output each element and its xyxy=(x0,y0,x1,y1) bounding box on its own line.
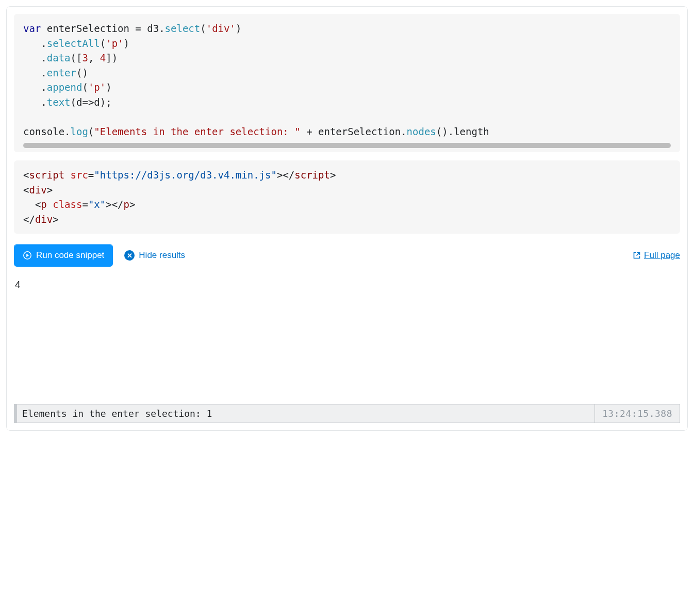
full-page-label: Full page xyxy=(644,250,680,261)
external-link-icon xyxy=(633,251,641,260)
code-block-js[interactable]: var enterSelection = d3.select('div') .s… xyxy=(14,14,680,152)
run-code-button[interactable]: Run code snippet xyxy=(14,244,113,267)
close-circle-icon: ✕ xyxy=(124,250,135,261)
hide-results-label: Hide results xyxy=(139,250,185,261)
actions-row: Run code snippet ✕ Hide results Full pag… xyxy=(14,244,680,267)
code-block-html[interactable]: <script src="https://d3js.org/d3.v4.min.… xyxy=(14,160,680,234)
hide-results-button[interactable]: ✕ Hide results xyxy=(124,250,185,261)
console-message: Elements in the enter selection: 1 xyxy=(17,404,594,423)
snippet-container: var enterSelection = d3.select('div') .s… xyxy=(6,6,688,431)
result-output: 4 xyxy=(14,279,680,290)
horizontal-scrollbar[interactable] xyxy=(23,143,671,148)
code-html-pre: <script src="https://d3js.org/d3.v4.min.… xyxy=(23,168,671,226)
console-bar: Elements in the enter selection: 1 13:24… xyxy=(14,404,680,423)
console-timestamp: 13:24:15.388 xyxy=(594,404,680,423)
run-code-label: Run code snippet xyxy=(36,250,104,261)
code-js-pre: var enterSelection = d3.select('div') .s… xyxy=(23,21,671,139)
full-page-link[interactable]: Full page xyxy=(633,250,680,261)
result-area: 4 Elements in the enter selection: 1 13:… xyxy=(14,276,680,423)
play-icon xyxy=(23,251,32,260)
